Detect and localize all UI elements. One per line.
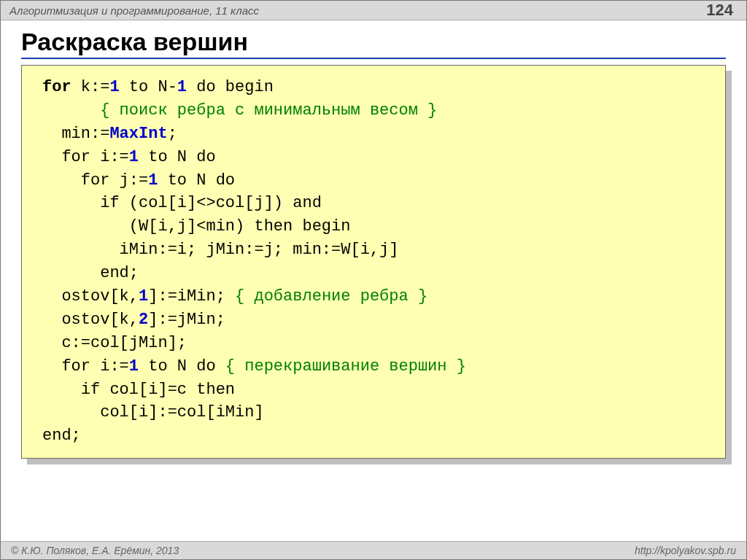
code-line-4: for i:=1 to N do [42,148,216,166]
code-line-12: c:=col[jMin]; [42,334,187,352]
header-subject: Алгоритмизация и программирование, 11 кл… [9,4,259,17]
slide-title: Раскраска вершин [21,28,726,59]
code-line-3: min:=MaxInt; [42,125,177,143]
code-box: for k:=1 to N-1 do begin { поиск ребра с… [21,65,726,459]
footer-bar: © К.Ю. Поляков, Е.А. Ерёмин, 2013 http:/… [1,541,746,559]
page-number: 124 [706,1,733,20]
code-line-14: if col[i]=c then [42,381,235,399]
footer-url: http://kpolyakov.spb.ru [635,545,736,556]
slide: Алгоритмизация и программирование, 11 кл… [0,0,747,560]
code-line-6: if (col[i]<>col[j]) and [42,194,322,212]
code-line-10: ostov[k,1]:=iMin; { добавление ребра } [42,287,427,306]
code-line-13: for i:=1 to N do { перекрашивание вершин… [42,357,466,376]
code-line-2: { поиск ребра с минимальным весом } [100,101,437,120]
code-line-7: (W[i,j]<min) then begin [42,217,350,236]
code-line-16: end; [42,427,81,445]
code-wrap: for k:=1 to N-1 do begin { поиск ребра с… [21,65,726,459]
code-line-11: ostov[k,2]:=jMin; [42,311,225,329]
footer-copyright: © К.Ю. Поляков, Е.А. Ерёмин, 2013 [11,545,179,556]
code-line-8: iMin:=i; jMin:=j; min:=W[i,j] [42,241,398,259]
code-line-5: for j:=1 to N do [42,171,235,190]
code-line-15: col[i]:=col[iMin] [42,403,264,421]
code-line-1: for k:=1 to N-1 do begin [42,78,274,96]
code-line-9: end; [42,264,139,282]
header-bar: Алгоритмизация и программирование, 11 кл… [1,1,746,20]
